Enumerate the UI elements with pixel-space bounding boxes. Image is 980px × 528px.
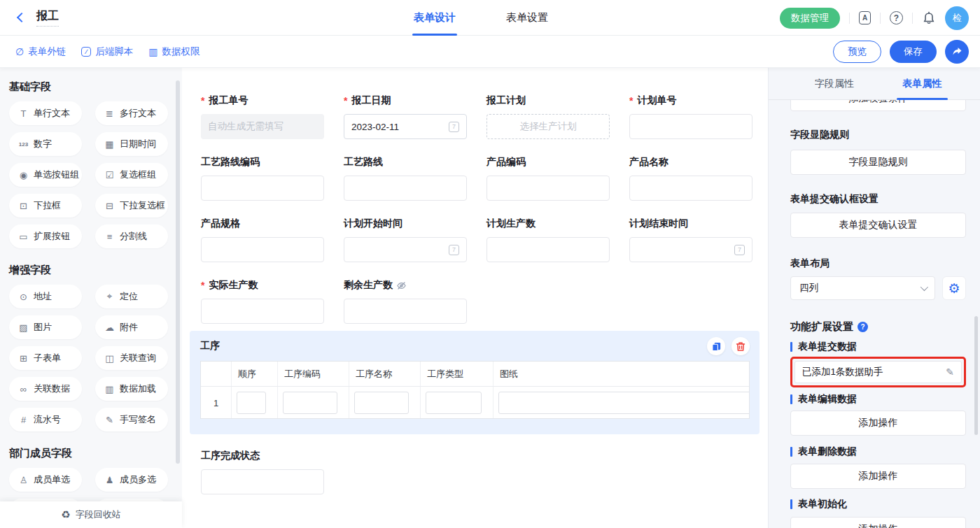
field-plan-start-time[interactable]: 计划开始时间 7 (344, 217, 467, 262)
plan-start-time-input[interactable]: 7 (344, 237, 467, 262)
tab-form-settings[interactable]: 表单设置 (481, 0, 573, 36)
field-single-line-text[interactable]: T单行文本 (9, 101, 82, 125)
data-permission-action[interactable]: ▥ 数据权限 (148, 45, 200, 58)
route-input[interactable] (344, 176, 467, 201)
field-member-single[interactable]: ♙成员单选 (9, 468, 82, 492)
user-avatar[interactable]: 检 (945, 6, 969, 30)
field-divider[interactable]: ≡分割线 (95, 224, 168, 248)
layout-select[interactable]: 四列 (790, 276, 935, 300)
subform-process[interactable]: 工序 (190, 331, 760, 434)
field-product-code[interactable]: 产品编码 (486, 156, 610, 201)
dropdown-icon: ⊡ (18, 201, 29, 211)
field-attachment[interactable]: ☁附件 (95, 315, 168, 339)
field-plan-end-time[interactable]: 计划结束时间 7 (629, 217, 752, 262)
delete-data-add-button[interactable]: 添加操作 (790, 464, 966, 489)
backend-script-action[interactable]: ∕ 后端脚本 (81, 45, 133, 58)
field-subform[interactable]: ⊞子表单 (9, 346, 82, 370)
report-plan-input[interactable]: 选择生产计划 (486, 114, 610, 139)
tab-field-properties[interactable]: 字段属性 (790, 68, 878, 99)
remaining-qty-input[interactable] (344, 299, 467, 324)
plan-end-time-input[interactable]: 7 (629, 237, 752, 262)
submit-confirm-button[interactable]: 表单提交确认设置 (790, 213, 966, 238)
help-icon[interactable]: ? (890, 11, 903, 24)
field-route[interactable]: 工艺路线 (344, 156, 467, 201)
field-report-plan[interactable]: 报工计划 选择生产计划 (486, 94, 610, 139)
order-cell-input[interactable] (237, 392, 266, 414)
question-badge-icon[interactable]: ? (858, 322, 868, 332)
plan-no-input[interactable] (629, 114, 752, 139)
field-process-status[interactable]: 工序完成状态 (201, 450, 324, 494)
field-multi-line-text[interactable]: ≣多行文本 (95, 101, 168, 125)
field-extend-button[interactable]: ▭扩展按钮 (9, 224, 82, 248)
subform-icon: ⊞ (18, 353, 29, 364)
field-number[interactable]: 123数字 (9, 132, 82, 156)
copy-button[interactable] (707, 337, 725, 355)
submit-data-assistant[interactable]: 已添加1条数据助手 ✎ (794, 361, 962, 383)
field-actual-qty[interactable]: *实际生产数 (201, 279, 324, 324)
field-location[interactable]: ⌖定位 (95, 285, 168, 308)
field-plan-qty[interactable]: 计划生产数 (486, 217, 610, 262)
product-name-input[interactable] (629, 176, 752, 201)
external-link-action[interactable]: ∅ 表单外链 (15, 45, 66, 58)
panel-scrollbar[interactable] (974, 316, 978, 435)
checkbox-icon: ☑ (104, 170, 115, 180)
process-type-cell-input[interactable] (426, 392, 482, 414)
back-button[interactable] (10, 6, 34, 29)
field-member-multi[interactable]: ♟成员多选 (95, 468, 168, 492)
location-icon: ⌖ (104, 291, 115, 302)
tab-form-properties[interactable]: 表单属性 (878, 68, 967, 99)
field-data-load[interactable]: ▥数据加载 (95, 377, 168, 401)
trash-icon (736, 341, 746, 352)
tab-form-design[interactable]: 表单设计 (388, 0, 481, 36)
field-serial-number[interactable]: #流水号 (9, 408, 82, 431)
field-radio-group[interactable]: ◉单选按钮组 (9, 163, 82, 187)
field-datetime[interactable]: ▦日期时间 (95, 132, 168, 156)
init-add-button[interactable]: 添加操作 (790, 517, 966, 528)
process-status-input[interactable] (201, 469, 324, 494)
layout-settings-button[interactable]: ⚙ (942, 276, 966, 300)
sidebar-scrollbar[interactable] (176, 80, 180, 464)
field-report-no[interactable]: *报工单号 自动生成无需填写 (201, 94, 324, 139)
field-linked-query[interactable]: ◫关联查询 (95, 346, 168, 370)
field-plan-no[interactable]: *计划单号 (629, 94, 752, 139)
data-manage-button[interactable]: 数据管理 (780, 8, 840, 29)
field-remaining-qty[interactable]: 剩余生产数 (344, 279, 467, 324)
field-recycle-bin[interactable]: ♻ 字段回收站 (0, 501, 182, 528)
product-code-input[interactable] (486, 176, 610, 201)
field-dropdown[interactable]: ⊡下拉框 (9, 194, 82, 217)
field-checkbox-group[interactable]: ☑复选框组 (95, 163, 168, 187)
product-spec-input[interactable] (201, 237, 324, 262)
plan-qty-input[interactable] (486, 237, 610, 262)
notification-bell-icon[interactable] (922, 11, 936, 25)
share-button[interactable] (945, 40, 969, 64)
actual-qty-input[interactable] (201, 299, 324, 324)
field-signature[interactable]: ✎手写签名 (95, 408, 168, 431)
field-report-date[interactable]: *报工日期 2023-02-11 7 (344, 94, 467, 139)
init-title: 表单初始化 (790, 498, 966, 511)
edit-pencil-icon[interactable]: ✎ (946, 366, 954, 378)
save-button[interactable]: 保存 (890, 41, 937, 63)
drawing-cell-input[interactable] (498, 392, 750, 414)
field-route-code[interactable]: 工艺路线编码 (201, 156, 324, 201)
delete-button[interactable] (732, 337, 750, 355)
edit-data-add-button[interactable]: 添加操作 (790, 411, 966, 436)
process-code-cell-input[interactable] (283, 392, 337, 414)
visibility-rules-button[interactable]: 字段显隐规则 (790, 150, 966, 175)
field-product-name[interactable]: 产品名称 (629, 156, 752, 201)
share-arrow-icon (951, 46, 962, 57)
row-index: 1 (201, 387, 232, 419)
process-name-cell-input[interactable] (354, 392, 409, 414)
field-multi-dropdown[interactable]: ⊟下拉复选框 (95, 194, 168, 217)
field-linked-data[interactable]: ∞关联数据 (9, 377, 82, 401)
field-address[interactable]: ⊙地址 (9, 285, 82, 308)
report-date-input[interactable]: 2023-02-11 7 (344, 114, 467, 139)
hidden-eye-icon (396, 280, 407, 291)
report-no-input[interactable]: 自动生成无需填写 (201, 114, 324, 139)
add-validation-button[interactable]: 添加校验条件 (790, 100, 966, 111)
field-product-spec[interactable]: 产品规格 (201, 217, 324, 262)
contacts-icon[interactable]: A (859, 11, 871, 24)
column-header-process-name: 工序名称 (349, 362, 421, 386)
preview-button[interactable]: 预览 (833, 41, 881, 63)
route-code-input[interactable] (201, 176, 324, 201)
field-image[interactable]: ▨图片 (9, 315, 82, 339)
